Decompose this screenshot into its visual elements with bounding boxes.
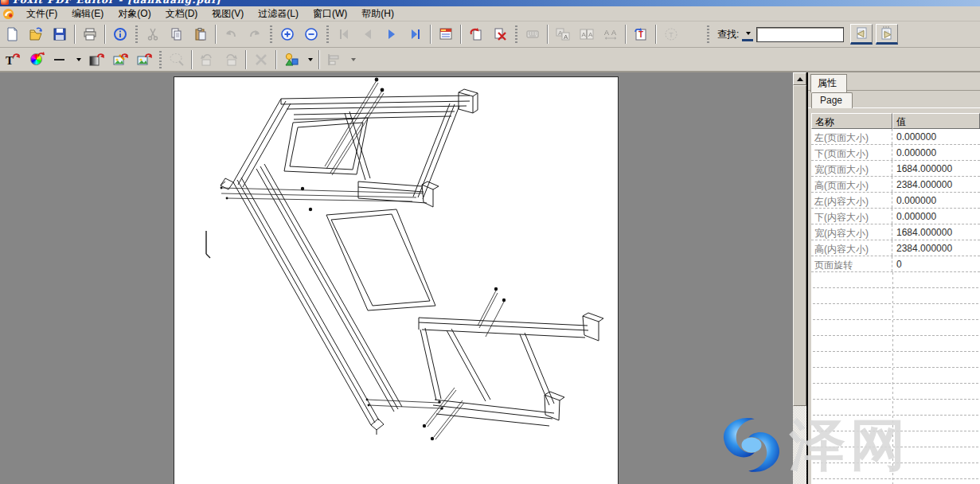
zoom-in-button[interactable]	[276, 24, 299, 45]
rotate-left-button[interactable]	[196, 49, 218, 70]
menu-bar: 文件(F)编辑(E)对象(O)文档(D)视图(V)过滤器(L)窗口(W)帮助(H…	[0, 6, 980, 21]
delete-object-button[interactable]	[250, 49, 272, 70]
menu-item[interactable]: 窗口(W)	[306, 6, 354, 21]
add-shading-button[interactable]	[85, 49, 107, 70]
menu-item[interactable]: 视图(V)	[205, 6, 251, 21]
paste-button[interactable]	[189, 24, 212, 45]
new-document-button[interactable]	[1, 24, 23, 45]
text-selection-button[interactable]: T	[660, 24, 682, 45]
scrollbar-thumb[interactable]	[793, 85, 806, 406]
find-next-button[interactable]	[876, 24, 898, 45]
toolbar-drag-handle[interactable]	[707, 25, 709, 43]
property-row[interactable]: 宽(内容大小) 1684.000000	[811, 224, 980, 240]
previous-page-button[interactable]	[357, 24, 379, 45]
panel-title-tab[interactable]: 属性	[810, 74, 847, 92]
menu-item[interactable]: 帮助(H)	[354, 6, 401, 21]
tab-page[interactable]: Page	[811, 92, 853, 108]
menu-item[interactable]: 过滤器(L)	[251, 6, 306, 21]
copy-button[interactable]	[166, 24, 188, 45]
column-header-name[interactable]: 名称	[811, 113, 892, 129]
print-button[interactable]	[79, 24, 101, 45]
find-input[interactable]	[756, 27, 844, 42]
line-style-dropdown[interactable]	[72, 49, 84, 70]
keyboard-button[interactable]	[521, 24, 544, 45]
find-previous-button[interactable]	[850, 24, 873, 45]
property-name: 下(内容大小)	[811, 209, 892, 224]
menu-item[interactable]: 文档(D)	[158, 6, 205, 21]
replace-font-button[interactable]: AA	[552, 24, 574, 45]
char-spacing-button[interactable]: AA	[599, 24, 622, 45]
property-value[interactable]: 0.000000	[892, 193, 980, 208]
property-row[interactable]: 高(页面大小) 2384.000000	[811, 177, 980, 193]
add-color-button[interactable]	[25, 49, 47, 70]
add-text-button[interactable]: T	[1, 49, 23, 70]
separator	[104, 25, 106, 44]
properties-panel: 属性 Page 名称 值 左(页面大小) 0.000000 下(页面大小) 0.…	[806, 72, 980, 484]
rotate-page-button[interactable]	[465, 24, 487, 45]
property-value[interactable]: 1684.000000	[892, 224, 980, 240]
lasso-edit-button[interactable]	[166, 49, 188, 70]
property-value[interactable]: 1684.000000	[892, 161, 980, 176]
workspace[interactable]	[0, 72, 793, 484]
separator	[430, 25, 431, 44]
triangle-up-icon	[797, 77, 803, 81]
add-image-button[interactable]	[133, 49, 155, 70]
open-file-button[interactable]	[25, 24, 47, 45]
align-objects-button[interactable]	[323, 49, 346, 70]
toolbar-drag-handle[interactable]	[326, 25, 329, 43]
last-page-button[interactable]	[404, 24, 427, 45]
cut-button[interactable]	[142, 24, 164, 45]
menu-item[interactable]: 编辑(E)	[64, 6, 111, 21]
separator	[655, 25, 657, 44]
property-value[interactable]: 0.000000	[892, 145, 980, 160]
property-value[interactable]: 0.000000	[892, 129, 980, 144]
svg-text:A: A	[604, 29, 609, 37]
menu-item[interactable]: 对象(O)	[111, 6, 158, 21]
property-name: 下(页面大小)	[811, 145, 892, 160]
find-dropdown-button[interactable]	[742, 27, 753, 41]
next-page-button[interactable]	[381, 24, 403, 45]
property-row[interactable]: 左(内容大小) 0.000000	[811, 193, 980, 209]
property-row[interactable]: 下(页面大小) 0.000000	[811, 145, 980, 161]
property-row[interactable]: 宽(页面大小) 1684.000000	[811, 161, 980, 177]
document-info-button[interactable]	[109, 24, 131, 45]
property-value[interactable]: 0.000000	[892, 209, 980, 224]
property-value[interactable]: 0	[892, 256, 980, 271]
separator	[460, 25, 462, 44]
document-window-icon[interactable]	[2, 8, 14, 20]
zoom-out-button[interactable]	[300, 24, 322, 45]
scroll-up-button[interactable]	[793, 72, 806, 85]
first-page-button[interactable]	[333, 24, 355, 45]
column-divider	[892, 272, 893, 484]
property-row[interactable]: 页面旋转 0	[811, 256, 980, 272]
property-row[interactable]: 高(内容大小) 2384.000000	[811, 240, 980, 256]
delete-page-button[interactable]	[489, 24, 511, 45]
vertical-scrollbar[interactable]	[793, 72, 806, 484]
toolbar-drag-handle[interactable]	[159, 51, 162, 68]
redo-button[interactable]	[244, 24, 266, 45]
add-line-button[interactable]	[49, 49, 71, 70]
column-header-value[interactable]: 值	[892, 113, 980, 129]
toolbar-drag-handle[interactable]	[270, 25, 272, 43]
table-rows: 左(页面大小) 0.000000 下(页面大小) 0.000000 宽(页面大小…	[811, 129, 980, 272]
insert-shapes-button[interactable]	[280, 49, 303, 70]
property-value[interactable]: 2384.000000	[892, 177, 980, 192]
add-text-object-button[interactable]: T	[630, 24, 652, 45]
menu-item[interactable]: 文件(F)	[19, 6, 64, 21]
rotate-right-button[interactable]	[220, 49, 242, 70]
table-header: 名称 值	[811, 113, 980, 129]
save-button[interactable]	[49, 24, 71, 45]
shapes-dropdown[interactable]	[304, 49, 315, 70]
font-compare-button[interactable]: AA	[576, 24, 598, 45]
edit-image-button[interactable]	[109, 49, 131, 70]
property-row[interactable]: 下(内容大小) 0.000000	[811, 209, 980, 224]
align-dropdown[interactable]	[347, 49, 358, 70]
property-value[interactable]: 2384.000000	[892, 240, 980, 256]
undo-button[interactable]	[220, 24, 242, 45]
toolbar-drag-handle[interactable]	[135, 25, 138, 43]
property-row[interactable]: 左(页面大小) 0.000000	[811, 129, 980, 145]
svg-text:T: T	[638, 30, 643, 39]
toolbar-drag-handle[interactable]	[515, 25, 517, 43]
document-page[interactable]	[174, 76, 619, 484]
page-layout-button[interactable]	[435, 24, 457, 45]
